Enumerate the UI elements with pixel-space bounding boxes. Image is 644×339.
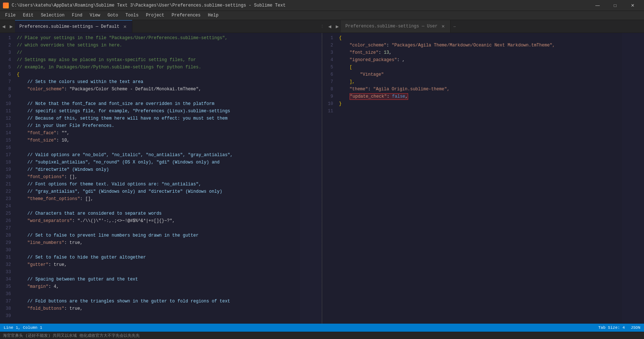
- code-line: "fold_buttons": true,: [17, 305, 297, 312]
- code-line: // Font options for theme text. Valid op…: [17, 181, 297, 188]
- bottom-bar: 海官官鼻头 (还好不能发) 共同又以水域 他化成收官方大不字先会以先先先: [0, 332, 644, 339]
- code-line: // which overrides the settings in here.: [17, 42, 297, 49]
- code-line: // Valid options are "no_bold", "no_ital…: [17, 151, 297, 159]
- line-number: 14: [1, 129, 11, 137]
- line-number: 34: [1, 276, 11, 283]
- syntax-mode: JSON: [631, 325, 640, 330]
- pane-split-indicator: ⋮: [318, 20, 326, 33]
- code-line: // "gray_antialias", "gdi" (Windows only…: [17, 188, 297, 195]
- menu-selection[interactable]: Selection: [37, 12, 68, 19]
- code-line: [17, 203, 297, 210]
- line-number: 4: [1, 56, 11, 64]
- line-number: 20: [1, 173, 11, 181]
- menu-tools[interactable]: Tools: [122, 12, 142, 19]
- menu-file[interactable]: File: [1, 12, 19, 19]
- code-line: "update_check": false,: [339, 93, 619, 100]
- code-line: //: [17, 49, 297, 56]
- line-number: 11: [324, 108, 333, 115]
- code-line: // specific settings file, for example, …: [17, 108, 297, 115]
- line-number: 24: [1, 203, 11, 210]
- line-number: 3: [1, 49, 11, 56]
- code-line: [17, 246, 297, 254]
- minimize-button[interactable]: —: [589, 0, 606, 11]
- line-number: 16: [1, 144, 11, 151]
- code-line: "word_separators": "./\\()\"'-:,.;<>~!@#…: [17, 217, 297, 225]
- editor-content-left[interactable]: 1234567891011121314151617181920212223242…: [0, 33, 322, 324]
- line-number: 5: [324, 64, 333, 71]
- status-bar: Line 1, Column 1 Tab Size: 4 JSON: [0, 324, 644, 332]
- line-number: 39: [1, 312, 11, 320]
- editor-pane-right: 1234567891011 { "color_scheme": "Package…: [322, 33, 644, 324]
- code-line: // Sets the colors used within the text …: [17, 78, 297, 86]
- tab-left-label: Preferences.sublime-settings — Default: [19, 24, 120, 29]
- line-number: 12: [1, 115, 11, 122]
- code-line: {: [17, 71, 297, 78]
- line-number: 35: [1, 283, 11, 290]
- menu-project[interactable]: Project: [142, 12, 168, 19]
- line-number: 30: [1, 246, 11, 254]
- line-number: 6: [1, 71, 11, 78]
- menu-bar: File Edit Selection Find View Goto Tools…: [0, 11, 644, 20]
- close-button[interactable]: ✕: [624, 0, 641, 11]
- tab-section-right: ◀ ▶ Preferences.sublime-settings — User …: [326, 20, 644, 33]
- line-number: 19: [1, 166, 11, 173]
- tab-right-close[interactable]: ✕: [440, 23, 445, 29]
- tab-right-nav-prev[interactable]: ◀: [326, 20, 334, 33]
- code-line: "font_face": "",: [17, 129, 297, 137]
- editor-content-right[interactable]: 1234567891011 { "color_scheme": "Package…: [322, 33, 644, 324]
- menu-goto[interactable]: Goto: [104, 12, 122, 19]
- code-line: "ignored_packages": ,: [339, 56, 619, 64]
- line-number: 2: [324, 42, 333, 49]
- code-line: // Spacing between the gutter and the te…: [17, 276, 297, 283]
- minimap-left[interactable]: [300, 33, 322, 324]
- tab-bar-extra: ⋯: [453, 24, 456, 29]
- menu-preferences[interactable]: Preferences: [168, 12, 204, 19]
- code-line: // Place your settings in the file "Pack…: [17, 34, 297, 42]
- menu-find[interactable]: Find: [68, 12, 86, 19]
- line-number: 7: [324, 78, 333, 86]
- tab-nav-prev[interactable]: ◀: [0, 20, 7, 33]
- line-number: 15: [1, 137, 11, 144]
- code-line: [17, 290, 297, 298]
- line-number: 6: [324, 71, 333, 78]
- code-line: // example, in Packages/User/Python.subl…: [17, 64, 297, 71]
- line-number: 36: [1, 290, 11, 298]
- code-line: "font_options": [],: [17, 173, 297, 181]
- line-number: 11: [1, 108, 11, 115]
- title-bar: C:\Users\katehu\AppData\Roaming\Sublime …: [0, 0, 644, 11]
- tab-nav-next[interactable]: ▶: [7, 20, 15, 33]
- line-number: 1: [1, 34, 11, 42]
- line-number: 9: [324, 93, 333, 100]
- menu-view[interactable]: View: [86, 12, 104, 19]
- code-line: // Set to false to prevent line numbers …: [17, 232, 297, 239]
- maximize-button[interactable]: □: [607, 0, 624, 11]
- code-line: // "subpixel_antialias", "no_round" (OS …: [17, 159, 297, 166]
- line-number: 2: [1, 42, 11, 49]
- line-number: 10: [1, 100, 11, 108]
- tab-right-user[interactable]: Preferences.sublime-settings — User ✕: [341, 20, 450, 33]
- tab-left-default[interactable]: Preferences.sublime-settings — Default ✕: [15, 20, 132, 33]
- code-line: }: [339, 100, 619, 108]
- code-line: "color_scheme": "Packages/Agila Theme/Ma…: [339, 42, 619, 49]
- line-number: 17: [1, 151, 11, 159]
- line-number: 9: [1, 93, 11, 100]
- code-left[interactable]: // Place your settings in the file "Pack…: [14, 33, 300, 324]
- code-line: [17, 312, 297, 320]
- tab-bar-right-controls: ⋯: [451, 20, 459, 33]
- tab-left-close[interactable]: ✕: [123, 24, 128, 30]
- minimap-right[interactable]: [622, 33, 644, 324]
- line-number: 5: [1, 64, 11, 71]
- tab-bar: ◀ ▶ Preferences.sublime-settings — Defau…: [0, 20, 644, 33]
- code-right[interactable]: { "color_scheme": "Packages/Agila Theme/…: [336, 33, 622, 324]
- code-line: // Characters that are considered to sep…: [17, 210, 297, 217]
- code-line: [17, 93, 297, 100]
- line-number: 21: [1, 181, 11, 188]
- code-line: [17, 225, 297, 232]
- menu-help[interactable]: Help: [204, 12, 222, 19]
- minimap-content-left: [300, 33, 322, 324]
- code-line: "font_size": 10,: [17, 137, 297, 144]
- tab-right-nav-next[interactable]: ▶: [334, 20, 341, 33]
- menu-edit[interactable]: Edit: [19, 12, 37, 19]
- status-right: Tab Size: 4 JSON: [598, 325, 640, 330]
- line-number: 1: [324, 34, 333, 42]
